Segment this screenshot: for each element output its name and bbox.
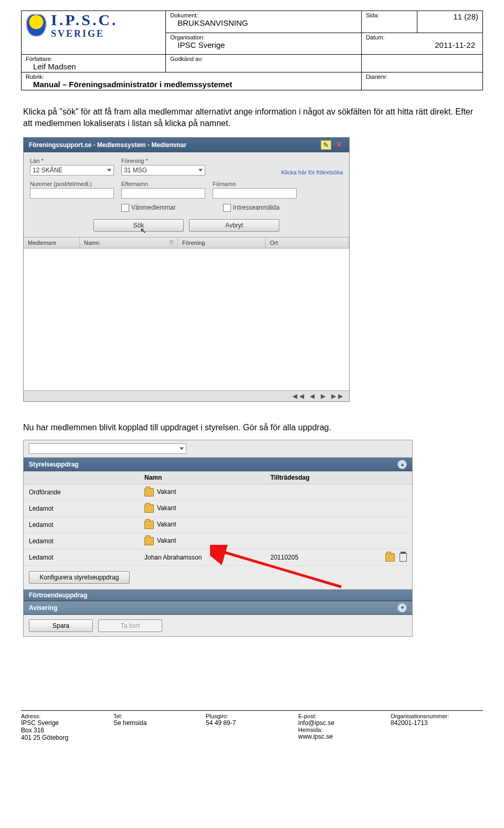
org-cell: Organisation: IPSC Sverige <box>166 33 362 55</box>
addr-label: Adress: <box>21 713 113 719</box>
dialog-title: Föreningssupport.se - Medlemssystem - Me… <box>29 141 318 149</box>
num-input[interactable] <box>30 188 114 199</box>
sok-button[interactable]: Sök ↖ <box>93 219 184 232</box>
rubrik-cell: Rubrik: Manual – Föreningsadministratör … <box>22 73 362 90</box>
sida-value: 11 (28) <box>422 12 478 21</box>
spara-button[interactable]: Spara <box>29 619 93 632</box>
sida-value-cell: 11 (28) <box>417 11 482 33</box>
eft-input[interactable] <box>121 188 205 199</box>
for-label: Förnamn <box>213 181 297 187</box>
logo-line2: SVERIGE <box>51 29 118 38</box>
num-label: Nummer (post/tel/medl.) <box>30 181 114 187</box>
tabort-button[interactable]: Ta bort <box>98 619 162 632</box>
org-value: IPSC Sverige <box>170 40 357 49</box>
dokument-cell: Dokument: BRUKSANVISNING <box>166 11 362 33</box>
folder-icon <box>144 521 154 529</box>
search-dialog: Föreningssupport.se - Medlemssystem - Me… <box>23 137 350 402</box>
godk-cell: Godkänd av: <box>166 55 362 73</box>
forf-cell: Författare: Leif Madsen <box>22 55 166 73</box>
konfigurera-button[interactable]: Konfigurera styrelseuppdrag <box>29 571 130 584</box>
logo-line1: I.P.S.C. <box>51 12 118 28</box>
diarie-cell: Diarienr: <box>361 73 482 90</box>
paragraph-2: Nu har medlemmen blivit kopplad till upp… <box>23 423 481 432</box>
folder-icon <box>144 504 154 513</box>
datum-value: 2011-11-22 <box>366 40 478 49</box>
rubrik-label: Rubrik: <box>26 74 357 80</box>
dokument-label: Dokument: <box>170 12 357 18</box>
empty-cell <box>361 55 482 73</box>
logo-cell: I.P.S.C. SVERIGE <box>22 11 166 55</box>
godk-label: Godkänd av: <box>170 56 357 62</box>
note-icon[interactable]: ✎ <box>321 140 331 150</box>
folder-icon[interactable] <box>385 553 395 562</box>
collapse-icon[interactable]: ▴ <box>397 460 407 469</box>
forf-value: Leif Madsen <box>26 62 161 71</box>
table-row: Ordförande Vakant <box>24 484 412 500</box>
th-namn: Namn <box>139 471 265 484</box>
hemsida-label: Hemsida: <box>298 727 391 733</box>
table-row: Ledamot Vakant <box>24 533 412 549</box>
table-row: Ledamot Vakant <box>24 500 412 516</box>
page-footer: Adress: IPSC Sverige Box 316 401 25 Göte… <box>21 710 483 741</box>
intresse-checkbox[interactable]: Intresseanmälda <box>223 204 280 212</box>
section-fortroende[interactable]: Förtroendeuppdrag <box>24 589 412 601</box>
col-medlemsnr[interactable]: Medlemsnr <box>24 237 80 248</box>
dokument-value: BRUKSANVISNING <box>170 18 357 27</box>
logo-text: I.P.S.C. SVERIGE <box>51 12 118 38</box>
datum-cell: Datum: 2011-11-22 <box>361 33 482 55</box>
eft-label: Efternamn <box>121 181 205 187</box>
styrelse-table: Namn Tillträdesdag Ordförande Vakant Led… <box>24 471 412 589</box>
cursor-icon: ↖ <box>140 226 146 235</box>
orgnr-label: Organisationsnummer: <box>391 713 483 719</box>
col-namn[interactable]: Namn▽ <box>80 237 178 248</box>
freetext-link[interactable]: Klicka här för fritextsöka <box>281 169 343 175</box>
close-icon[interactable]: × <box>334 141 344 149</box>
datum-label: Datum: <box>366 34 478 40</box>
diarie-label: Diarienr: <box>366 74 478 80</box>
org-label: Organisation: <box>170 34 357 40</box>
col-ort[interactable]: Ort <box>266 237 349 248</box>
col-forening[interactable]: Förening <box>178 237 266 248</box>
grid-body <box>24 249 349 390</box>
styrelse-panel: Styrelseuppdrag ▴ Namn Tillträdesdag Ord… <box>23 440 413 637</box>
document-header: I.P.S.C. SVERIGE Dokument: BRUKSANVISNIN… <box>21 11 483 90</box>
section-avisering[interactable]: Avisering▾ <box>24 601 412 615</box>
lan-label: Län * <box>30 158 114 164</box>
for-input[interactable] <box>213 188 297 199</box>
folder-icon <box>144 537 154 545</box>
paragraph-1: Klicka på "sök" för att få fram alla med… <box>23 106 481 130</box>
avbryt-button[interactable]: Avbryt <box>189 219 279 232</box>
sida-label: Sida: <box>366 12 413 18</box>
shield-icon <box>26 14 47 37</box>
forf-label: Författare: <box>26 56 161 62</box>
expand-icon[interactable]: ▾ <box>397 603 407 613</box>
forening-label: Förening * <box>121 158 205 164</box>
forening-select[interactable]: 31 MSG <box>121 165 205 175</box>
rubrik-value: Manual – Föreningsadministratör i medlem… <box>26 80 357 89</box>
th-dag: Tillträdesdag <box>265 471 365 484</box>
dialog-titlebar: Föreningssupport.se - Medlemssystem - Me… <box>24 138 349 152</box>
lan-select[interactable]: 12 SKÅNE <box>30 165 114 175</box>
section-styrelseuppdrag[interactable]: Styrelseuppdrag ▴ <box>24 458 412 471</box>
sida-cell: Sida: <box>361 11 417 33</box>
tel-label: Tel: <box>113 713 206 719</box>
epost-label: E-post: <box>298 713 391 719</box>
table-row: Ledamot Johan Abrahamsson 20110205 <box>24 549 412 565</box>
vanmedlemmar-checkbox[interactable]: Vänmedlemmar <box>121 204 176 212</box>
plusgiro-label: Plusgiro: <box>206 713 298 719</box>
trash-icon[interactable] <box>400 553 407 562</box>
grid-header: Medlemsnr Namn▽ Förening Ort <box>24 237 349 249</box>
folder-icon <box>144 488 154 496</box>
panel-top-select[interactable] <box>29 443 186 454</box>
table-row: Ledamot Vakant <box>24 516 412 533</box>
grid-pager[interactable]: ◀◀ ◀ ▶ ▶▶ <box>24 390 349 401</box>
